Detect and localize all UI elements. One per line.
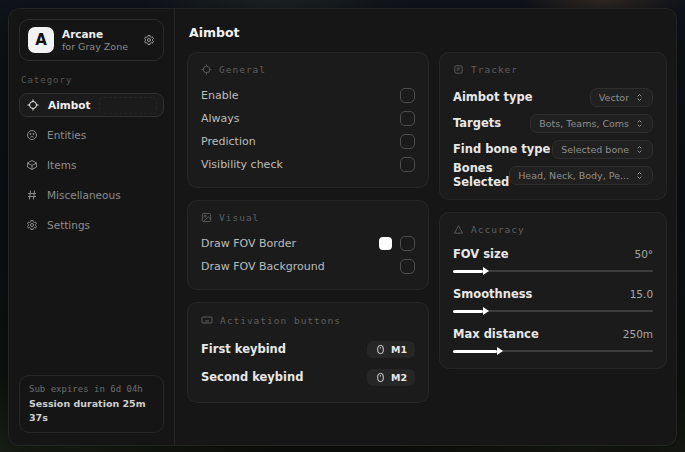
sidebar-item-label: Items <box>47 159 76 171</box>
app-logo-card: A Arcane for Gray Zone <box>19 19 164 61</box>
setting-row: Enable <box>201 84 415 107</box>
session-duration-text: Session duration 25m 37s <box>29 397 154 426</box>
mouse-icon <box>375 372 386 383</box>
fov-size-slider[interactable] <box>453 266 653 275</box>
setting-row: Prediction <box>201 130 415 153</box>
mouse-icon <box>375 344 386 355</box>
caret-sort-icon <box>635 93 644 102</box>
draw-fov-background-checkbox[interactable] <box>400 259 415 274</box>
slider-row: FOV size 50° <box>453 244 653 275</box>
smoothness-slider[interactable] <box>453 306 653 315</box>
setting-row: Visibility check <box>201 153 415 176</box>
prediction-checkbox[interactable] <box>400 134 415 149</box>
tracker-card: Tracker Aimbot type Vector Targets <box>439 52 667 200</box>
find-bone-type-dropdown[interactable]: Selected bone <box>552 140 653 159</box>
always-checkbox[interactable] <box>400 111 415 126</box>
miscellaneous-icon <box>26 189 38 201</box>
first-keybind-button[interactable]: M1 <box>367 341 415 358</box>
sidebar-item-label: Aimbot <box>48 99 90 111</box>
setting-label: Bones Selected <box>453 161 509 189</box>
sidebar-item-label: Settings <box>47 219 90 231</box>
sidebar-item-label: Miscellaneous <box>47 189 121 201</box>
setting-label: Enable <box>201 89 238 102</box>
setting-label: Second keybind <box>201 370 303 384</box>
entities-icon <box>26 129 38 141</box>
setting-row: Bones Selected Head, Neck, Body, Pe... <box>453 162 653 188</box>
card-header-label: General <box>219 64 266 75</box>
slider-thumb[interactable] <box>483 267 489 275</box>
setting-label: Find bone type <box>453 142 550 156</box>
slider-thumb[interactable] <box>497 347 503 355</box>
box-icon <box>26 159 38 171</box>
slider-value: 50° <box>634 248 653 260</box>
crosshair-icon <box>27 99 39 111</box>
slider-row: Smoothness 15.0 <box>453 284 653 315</box>
targets-dropdown[interactable]: Bots, Teams, Coms <box>530 114 653 133</box>
setting-row: Draw FOV Border <box>201 232 415 255</box>
setting-label: Max distance <box>453 327 539 341</box>
dropdown-value: Vector <box>599 92 629 103</box>
slider-row: Max distance 250m <box>453 324 653 355</box>
sidebar-item-entities[interactable]: Entities <box>19 123 164 147</box>
arcane-window: A Arcane for Gray Zone Category Aimbot <box>8 8 677 446</box>
setting-label: Visibility check <box>201 158 283 171</box>
crosshair-icon <box>201 64 212 75</box>
watermark-ghost <box>99 97 157 114</box>
setting-label: Prediction <box>201 135 256 148</box>
setting-row: Always <box>201 107 415 130</box>
aimbot-type-dropdown[interactable]: Vector <box>590 88 653 107</box>
draw-fov-border-checkbox[interactable] <box>400 236 415 251</box>
card-header-label: Tracker <box>471 64 518 75</box>
general-card: General Enable Always Prediction <box>187 52 429 188</box>
slider-value: 15.0 <box>630 288 653 300</box>
slider-value: 250m <box>623 328 653 340</box>
second-keybind-button[interactable]: M2 <box>367 369 415 386</box>
visual-card: Visual Draw FOV Border Draw FOV Backgrou… <box>187 200 429 290</box>
setting-label: Targets <box>453 116 501 130</box>
setting-row: Find bone type Selected bone <box>453 136 653 162</box>
max-distance-slider[interactable] <box>453 346 653 355</box>
app-logo: A <box>28 27 54 53</box>
app-subtitle: for Gray Zone <box>62 41 135 53</box>
sidebar-item-aimbot[interactable]: Aimbot <box>19 93 164 117</box>
keybind-value: M2 <box>391 372 407 383</box>
keyboard-icon <box>201 314 213 326</box>
setting-row: First keybind M1 <box>201 335 415 363</box>
keybind-value: M1 <box>391 344 407 355</box>
slider-thumb[interactable] <box>483 307 489 315</box>
setting-row: Draw FOV Background <box>201 255 415 278</box>
sidebar-nav: Aimbot Entities Items Miscellaneous <box>19 93 164 237</box>
page-title: Aimbot <box>189 25 667 40</box>
triangle-icon <box>453 224 464 235</box>
image-icon <box>201 212 212 223</box>
setting-label: First keybind <box>201 342 286 356</box>
setting-label: Smoothness <box>453 287 532 301</box>
dropdown-value: Bots, Teams, Coms <box>539 118 629 129</box>
setting-row: Aimbot type Vector <box>453 84 653 110</box>
accuracy-card: Accuracy FOV size 50° <box>439 212 667 369</box>
subscription-info-card: Sub expires in 6d 04h Session duration 2… <box>19 375 164 433</box>
fov-border-color-swatch[interactable] <box>379 237 392 250</box>
card-header-label: Visual <box>219 212 259 223</box>
enable-checkbox[interactable] <box>400 88 415 103</box>
dropdown-value: Head, Neck, Body, Pe... <box>518 170 629 181</box>
dropdown-value: Selected bone <box>561 144 629 155</box>
bones-selected-dropdown[interactable]: Head, Neck, Body, Pe... <box>509 166 653 185</box>
setting-row: Second keybind M2 <box>201 363 415 391</box>
setting-label: Always <box>201 112 240 125</box>
sidebar-item-miscellaneous[interactable]: Miscellaneous <box>19 183 164 207</box>
settings-gear-icon[interactable] <box>143 34 155 46</box>
sub-expires-text: Sub expires in 6d 04h <box>29 383 154 397</box>
sidebar-item-settings[interactable]: Settings <box>19 213 164 237</box>
scan-icon <box>453 64 464 75</box>
caret-sort-icon <box>635 171 644 180</box>
sidebar-item-items[interactable]: Items <box>19 153 164 177</box>
card-header-label: Activation buttons <box>220 315 341 326</box>
setting-row: Targets Bots, Teams, Coms <box>453 110 653 136</box>
visibility-check-checkbox[interactable] <box>400 157 415 172</box>
setting-label: Draw FOV Background <box>201 260 325 273</box>
setting-label: FOV size <box>453 247 509 261</box>
main-content: Aimbot General Enable Alw <box>175 9 677 445</box>
gear-icon <box>26 219 38 231</box>
app-title: Arcane <box>62 28 135 41</box>
